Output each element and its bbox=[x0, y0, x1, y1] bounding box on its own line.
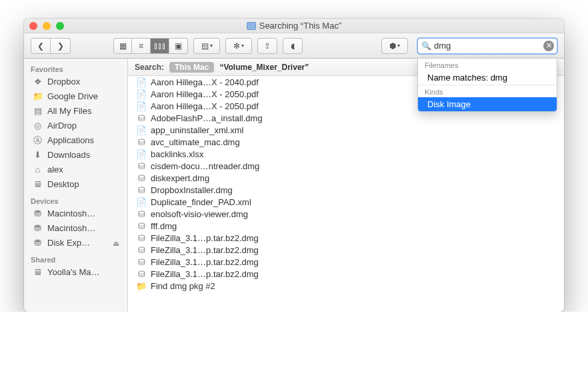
back-button[interactable]: ❮ bbox=[31, 38, 51, 54]
view-coverflow-button[interactable]: ▣ bbox=[169, 38, 188, 54]
doc-icon: 📄 bbox=[136, 77, 147, 88]
toolbar: ❮ ❯ ▦ ≡ ⫿⫿⫿ ▣ ▤▾ ✻▾ ⇪ ◖ ⬢▾ 🔍 bbox=[24, 33, 564, 59]
search-icon: 🔍 bbox=[421, 41, 431, 51]
list-item[interactable]: ⛁FileZilla_3.1…p.tar.bz2.dmg bbox=[128, 268, 564, 280]
sidebar-item-label: All My Files bbox=[47, 106, 91, 117]
arrange-button[interactable]: ▤▾ bbox=[193, 38, 220, 54]
list-item[interactable]: ⛁fff.dmg bbox=[128, 220, 564, 232]
tags-button[interactable]: ◖ bbox=[283, 38, 303, 54]
dd-head-filenames: Filenames bbox=[418, 59, 557, 71]
dd-item-disk-image[interactable]: Disk Image bbox=[418, 97, 557, 111]
action-button[interactable]: ✻▾ bbox=[225, 38, 252, 54]
gear-icon: ✻ bbox=[233, 41, 240, 51]
scope-location[interactable]: “Volume_Mixer_Driver” bbox=[219, 63, 309, 72]
sidebar-item-label: alex bbox=[47, 165, 63, 175]
clear-search-button[interactable]: ✕ bbox=[543, 41, 554, 51]
list-item[interactable]: 📄backlinks.xlsx bbox=[128, 149, 564, 161]
finder-window: Searching “This Mac” ❮ ❯ ▦ ≡ ⫿⫿⫿ ▣ ▤▾ ✻▾… bbox=[24, 19, 564, 312]
tag-icon: ◖ bbox=[291, 41, 295, 51]
nav-buttons: ❮ ❯ bbox=[31, 38, 71, 54]
sidebar-item[interactable]: ▤All My Files bbox=[24, 104, 127, 119]
sidebar-item[interactable]: ⛃Disk Exp…⏏ bbox=[24, 236, 127, 250]
file-name: DropboxInstaller.dmg bbox=[151, 185, 233, 196]
view-list-button[interactable]: ≡ bbox=[132, 38, 151, 54]
file-name: Duplicate_finder_PAD.xml bbox=[151, 197, 251, 208]
sidebar-head-devices: Devices bbox=[24, 192, 127, 206]
list-item[interactable]: ⛁diskexpert.dmg bbox=[128, 173, 564, 184]
search-input[interactable] bbox=[417, 38, 557, 54]
sidebar-item-label: AirDrop bbox=[47, 121, 77, 131]
share-button[interactable]: ⇪ bbox=[257, 38, 277, 54]
sidebar-item[interactable]: 🖥Desktop bbox=[24, 177, 127, 192]
search-suggestions: Filenames Name matches: dmg Kinds Disk I… bbox=[417, 58, 557, 112]
scope-this-mac[interactable]: This Mac bbox=[169, 62, 214, 73]
file-name: backlinks.xlsx bbox=[151, 149, 203, 160]
sidebar-item[interactable]: 📁Google Drive bbox=[24, 89, 127, 104]
chevron-down-icon: ▾ bbox=[241, 43, 244, 49]
sidebar-item[interactable]: ◎AirDrop bbox=[24, 119, 127, 133]
sidebar-item[interactable]: ⒶApplications bbox=[24, 133, 127, 148]
all-icon: ▤ bbox=[32, 107, 43, 116]
file-name: Aaron Hillega…X - 2050.pdf bbox=[151, 101, 259, 112]
dmg-icon: ⛁ bbox=[136, 233, 147, 244]
list-item[interactable]: ⛁AdobeFlashP…a_install.dmg bbox=[128, 113, 564, 125]
list-item[interactable]: ⛁enolsoft-visio-viewer.dmg bbox=[128, 208, 564, 220]
sidebar-item[interactable]: ⛃Macintosh… bbox=[24, 206, 127, 221]
list-icon: ≡ bbox=[139, 41, 143, 51]
sidebar-item[interactable]: 🖥Yoolla's Ma… bbox=[24, 265, 127, 280]
dd-item-name-matches[interactable]: Name matches: dmg bbox=[418, 71, 557, 85]
coverflow-icon: ▣ bbox=[175, 41, 182, 51]
list-item[interactable]: ⛁FileZilla_3.1…p.tar.bz2.dmg bbox=[128, 232, 564, 244]
file-name: Find dmg pkg #2 bbox=[151, 281, 215, 292]
dropbox-toolbar-button[interactable]: ⬢▾ bbox=[381, 38, 408, 54]
disk-icon: ⛃ bbox=[32, 209, 43, 218]
share-icon: ⇪ bbox=[264, 41, 271, 51]
file-name: fff.dmg bbox=[151, 221, 177, 232]
sidebar-item[interactable]: ⛃Macintosh… bbox=[24, 221, 127, 236]
sidebar-item-label: Dropbox bbox=[47, 77, 80, 87]
file-name: avc_ultimate_mac.dmg bbox=[151, 137, 240, 148]
list-item[interactable]: ⛁FileZilla_3.1…p.tar.bz2.dmg bbox=[128, 256, 564, 268]
sidebar-head-favorites: Favorites bbox=[24, 60, 127, 75]
list-item[interactable]: ⛁avc_ultimate_mac.dmg bbox=[128, 137, 564, 149]
sidebar-item[interactable]: ❖Dropbox bbox=[24, 75, 127, 89]
doc-icon: 📄 bbox=[136, 197, 147, 208]
columns-icon: ⫿⫿⫿ bbox=[154, 41, 166, 51]
home-icon: ⌂ bbox=[32, 165, 43, 175]
dmg-icon: ⛁ bbox=[136, 221, 147, 232]
file-name: FileZilla_3.1…p.tar.bz2.dmg bbox=[151, 269, 259, 280]
dmg-icon: ⛁ bbox=[136, 113, 147, 124]
list-item[interactable]: ⛁cisdem-docu…ntreader.dmg bbox=[128, 161, 564, 173]
list-item[interactable]: ⛁DropboxInstaller.dmg bbox=[128, 184, 564, 196]
disk-icon: ⛃ bbox=[32, 238, 43, 248]
file-name: FileZilla_3.1…p.tar.bz2.dmg bbox=[151, 233, 259, 244]
folder-icon: 📁 bbox=[32, 92, 43, 101]
dd-head-kinds: Kinds bbox=[418, 85, 557, 97]
sidebar-item[interactable]: ⌂alex bbox=[24, 163, 127, 177]
view-column-button[interactable]: ⫿⫿⫿ bbox=[151, 38, 169, 54]
file-name: enolsoft-visio-viewer.dmg bbox=[151, 209, 248, 220]
pc-icon: 🖥 bbox=[32, 268, 43, 277]
scope-label: Search: bbox=[135, 63, 164, 72]
file-name: FileZilla_3.1…p.tar.bz2.dmg bbox=[151, 257, 259, 268]
file-name: cisdem-docu…ntreader.dmg bbox=[151, 161, 259, 172]
dropbox-icon: ❖ bbox=[32, 77, 43, 87]
list-item[interactable]: ⛁FileZilla_3.1…p.tar.bz2.dmg bbox=[128, 244, 564, 256]
sidebar-item[interactable]: ⬇Downloads bbox=[24, 148, 127, 163]
forward-button[interactable]: ❯ bbox=[51, 38, 71, 54]
list-item[interactable]: 📄app_uninstaller_xml.xml bbox=[128, 125, 564, 137]
sidebar-item-label: Applications bbox=[47, 135, 94, 146]
titlebar: Searching “This Mac” bbox=[24, 19, 564, 33]
chevron-left-icon: ❮ bbox=[37, 41, 44, 51]
chevron-right-icon: ❯ bbox=[57, 41, 64, 51]
file-name: AdobeFlashP…a_install.dmg bbox=[151, 113, 263, 124]
disk-icon: ⛃ bbox=[32, 224, 43, 233]
down-icon: ⬇ bbox=[32, 151, 43, 160]
eject-icon[interactable]: ⏏ bbox=[113, 238, 119, 248]
file-name: app_uninstaller_xml.xml bbox=[151, 125, 243, 136]
view-icon-button[interactable]: ▦ bbox=[113, 38, 132, 54]
list-item[interactable]: 📁Find dmg pkg #2 bbox=[128, 280, 564, 292]
list-item[interactable]: 📄Duplicate_finder_PAD.xml bbox=[128, 196, 564, 208]
dmg-icon: ⛁ bbox=[136, 245, 147, 256]
dmg-icon: ⛁ bbox=[136, 173, 147, 184]
